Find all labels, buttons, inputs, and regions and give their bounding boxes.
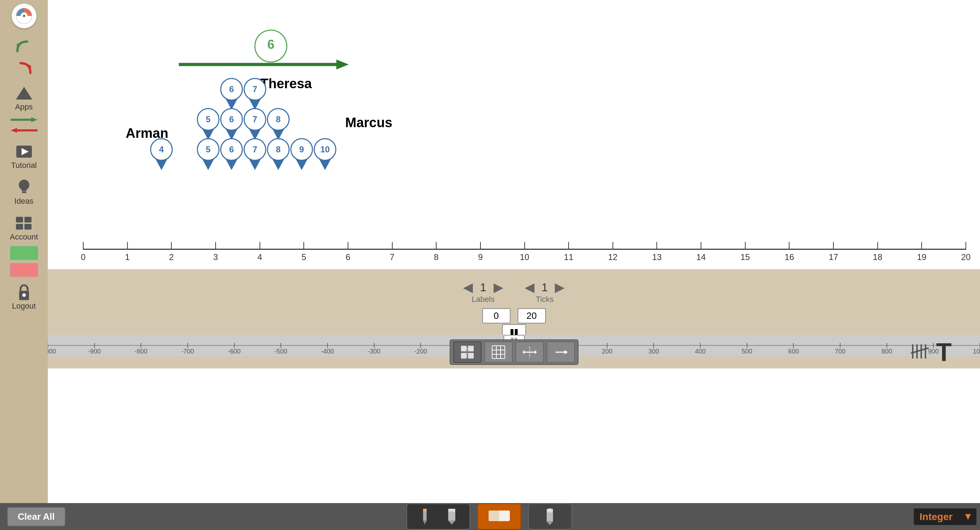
nl-tick xyxy=(789,242,789,250)
nl-tick xyxy=(259,242,260,250)
nl-label: 10 xyxy=(520,252,529,262)
svg-rect-18 xyxy=(24,224,32,230)
nl-label: 19 xyxy=(917,252,926,262)
clear-all-button[interactable]: Clear All xyxy=(7,507,65,527)
svg-rect-28 xyxy=(468,353,474,359)
home-button[interactable] xyxy=(12,3,37,28)
nl-label: 8 xyxy=(434,252,439,262)
nl-label: 16 xyxy=(784,252,794,262)
eraser-tool[interactable] xyxy=(477,503,521,530)
type-dropdown[interactable]: Integer Decimal Fraction xyxy=(913,508,977,526)
red-backward-arrow[interactable] xyxy=(10,127,38,134)
nl-tick xyxy=(480,242,481,250)
svg-rect-49 xyxy=(423,509,426,512)
tool-table-button[interactable] xyxy=(484,342,513,363)
nl-label: 6 xyxy=(345,252,350,262)
svg-point-12 xyxy=(19,180,29,190)
undo-button[interactable] xyxy=(0,35,48,57)
sidebar-item-tutorial[interactable]: Tutorial xyxy=(0,140,48,173)
nl-tick xyxy=(392,242,393,250)
svg-point-57 xyxy=(547,508,553,512)
pin-6-r2[interactable]: 6 xyxy=(220,138,243,170)
range-max-input[interactable] xyxy=(518,308,546,324)
pin-8-r1[interactable]: 8 xyxy=(267,108,290,140)
nl-label: 14 xyxy=(697,252,706,262)
pin-6-r0[interactable]: 6 xyxy=(220,78,243,110)
ticks-prev-button[interactable]: ◀ xyxy=(525,280,535,295)
nl-tick xyxy=(83,242,84,250)
tutorial-label: Tutorial xyxy=(11,161,37,170)
nl-tick xyxy=(701,242,702,250)
redo-button[interactable] xyxy=(0,57,48,79)
green-color-swatch[interactable] xyxy=(10,246,38,260)
nl-label: 20 xyxy=(961,252,971,262)
nl-tick xyxy=(612,242,613,250)
svg-marker-24 xyxy=(336,59,349,69)
text-tool-icon[interactable]: T xyxy=(936,339,952,365)
pen-tool[interactable] xyxy=(536,507,564,526)
pin-7-r2[interactable]: 7 xyxy=(243,138,266,170)
labels-label: Labels xyxy=(472,295,495,304)
sidebar-item-account[interactable]: Account xyxy=(0,212,48,244)
red-color-swatch[interactable] xyxy=(10,263,38,277)
apps-label: Apps xyxy=(15,102,33,112)
labels-value: 1 xyxy=(480,281,487,294)
svg-rect-17 xyxy=(16,224,23,230)
pin-6-r1[interactable]: 6 xyxy=(220,108,243,140)
ticks-next-button[interactable]: ▶ xyxy=(555,280,565,295)
tool-arrow-right-button[interactable] xyxy=(547,342,575,363)
pin-5-r1[interactable]: 5 xyxy=(197,108,220,140)
svg-marker-41 xyxy=(564,350,568,354)
number-line: var labels = [0,1,2,3,4,5,6,7,8,9,10,11,… xyxy=(48,234,980,262)
nl-label: 17 xyxy=(829,252,838,262)
sidebar-item-logout[interactable]: Logout xyxy=(0,281,48,313)
tool-grid-button[interactable] xyxy=(453,342,482,363)
svg-text:6: 6 xyxy=(267,37,274,52)
labels-next-button[interactable]: ▶ xyxy=(493,280,503,295)
ticks-nav: ◀ 1 ▶ Ticks xyxy=(525,280,565,304)
nl-label: 9 xyxy=(478,252,482,262)
sidebar-item-apps[interactable]: Apps xyxy=(0,82,48,115)
svg-rect-15 xyxy=(16,217,23,222)
svg-rect-54 xyxy=(488,511,499,521)
svg-marker-9 xyxy=(11,128,17,133)
nl-tick xyxy=(656,242,657,250)
svg-marker-37 xyxy=(523,350,524,354)
svg-rect-52 xyxy=(448,509,455,512)
svg-marker-48 xyxy=(423,520,426,525)
canvas-area: 6 Theresa 6 7 5 6 xyxy=(48,0,980,269)
green-number-arrow xyxy=(179,57,356,73)
nl-tick xyxy=(921,242,922,250)
tally-icon[interactable] xyxy=(909,343,931,362)
ideas-label: Ideas xyxy=(14,196,33,206)
green-forward-arrow[interactable] xyxy=(10,117,38,123)
nl-tick xyxy=(215,242,216,250)
marker-tool[interactable] xyxy=(441,507,462,526)
labels-prev-button[interactable]: ◀ xyxy=(463,280,473,295)
pin-9-r2[interactable]: 9 xyxy=(290,138,313,170)
pin-10-r2[interactable]: 10 xyxy=(314,138,336,170)
pin-5-r2[interactable]: 5 xyxy=(197,138,220,170)
nl-tick xyxy=(127,242,128,250)
nl-label: 5 xyxy=(302,252,306,262)
labels-nav: ◀ 1 ▶ Labels xyxy=(463,280,503,304)
pencil-tool[interactable] xyxy=(414,507,436,526)
tool-arrow-both-button[interactable] xyxy=(515,342,544,363)
pin-7-r1[interactable]: 7 xyxy=(243,108,266,140)
ticks-label: Ticks xyxy=(536,295,554,304)
nl-tick xyxy=(833,242,834,250)
pin-8-r2[interactable]: 8 xyxy=(267,138,290,170)
nl-tick xyxy=(304,242,304,250)
nl-label: 3 xyxy=(213,252,218,262)
range-min-input[interactable] xyxy=(482,308,511,324)
svg-rect-13 xyxy=(22,189,27,191)
sidebar-item-ideas[interactable]: Ideas xyxy=(0,176,48,209)
svg-rect-14 xyxy=(22,191,26,193)
pin-4-r2[interactable]: 4 xyxy=(150,138,173,170)
svg-marker-38 xyxy=(535,350,537,354)
svg-rect-16 xyxy=(24,217,32,222)
sidebar: Apps Tutorial xyxy=(0,0,48,530)
pin-7-r0[interactable]: 7 xyxy=(243,78,266,110)
svg-rect-31 xyxy=(492,346,505,359)
svg-point-20 xyxy=(22,293,26,297)
